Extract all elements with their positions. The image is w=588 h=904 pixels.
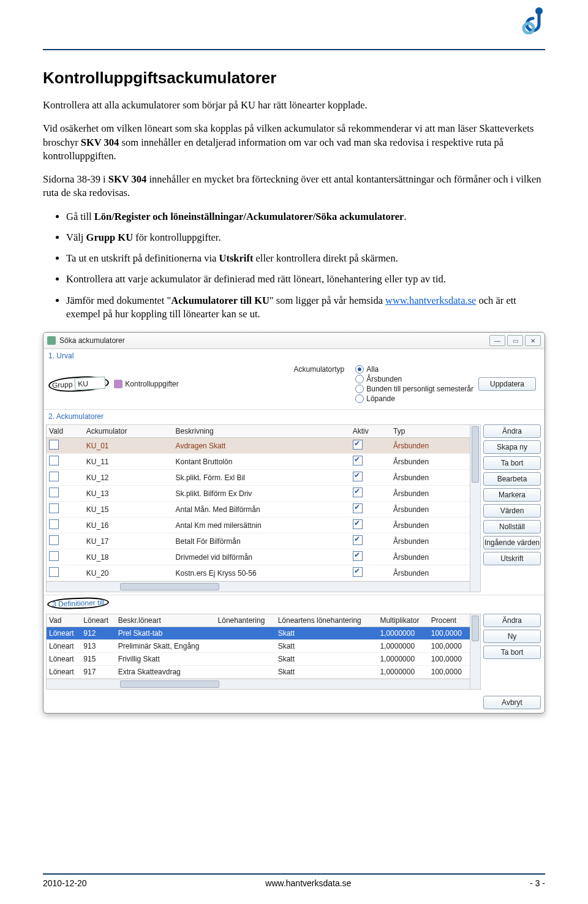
horizontal-scrollbar[interactable] xyxy=(47,581,470,592)
uppdatera-button[interactable]: Uppdatera xyxy=(478,377,536,391)
table-row[interactable]: Löneart912Prel Skatt-tabSkatt1,000000010… xyxy=(47,627,470,640)
acktyp-radio[interactable]: Alla xyxy=(355,365,473,374)
table-row[interactable]: KU_17Betalt För BilförmånÅrsbunden xyxy=(47,533,470,549)
ackumulator-table: ValdAckumulatorBeskrivningAktivTyp KU_01… xyxy=(47,425,470,581)
grupp-description: Kontrolluppgifter xyxy=(125,380,178,388)
list-item: Kontrollera att varje ackumulator är def… xyxy=(66,273,545,286)
action-button[interactable]: Ta bort xyxy=(483,646,541,659)
page-title: Kontrolluppgiftsackumulatorer xyxy=(43,69,545,88)
definitioner-table: VadLöneartBeskr.löneartLönehanteringLöne… xyxy=(47,614,470,679)
action-button[interactable]: Ändra xyxy=(483,614,541,627)
action-button[interactable]: Ändra xyxy=(483,424,541,438)
vertical-scrollbar[interactable] xyxy=(470,614,480,689)
acktyp-radio[interactable]: Bunden till personligt semesterår xyxy=(355,385,473,393)
section-urval-title: 1. Urval xyxy=(43,349,545,361)
close-button[interactable]: ✕ xyxy=(525,335,541,346)
table-row[interactable]: KU_11Kontant BruttolönÅrsbunden xyxy=(47,454,470,470)
intro-paragraph: Kontrollera att alla ackumulatorer som b… xyxy=(43,99,545,112)
table-row[interactable]: KU_18Drivmedel vid bilförmånÅrsbunden xyxy=(47,549,470,565)
divider-top xyxy=(43,49,545,50)
action-button[interactable]: Värden xyxy=(483,504,541,518)
titlebar: Söka ackumulatorer — ▭ ✕ xyxy=(43,333,545,349)
list-item: Ta ut en utskrift på definitionerna via … xyxy=(66,252,545,265)
section-ack-title: 2. Ackumulatorer xyxy=(43,410,545,422)
grupp-input[interactable]: KU xyxy=(75,377,106,391)
action-button[interactable]: Bearbeta xyxy=(483,472,541,486)
lookup-icon[interactable] xyxy=(114,380,123,388)
table-row[interactable]: KU_12Sk.plikt. Förm. Exl BilÅrsbunden xyxy=(47,470,470,486)
action-button[interactable]: Ta bort xyxy=(483,456,541,470)
vertical-scrollbar[interactable] xyxy=(470,425,480,592)
acktyp-radio[interactable]: Löpande xyxy=(355,394,473,403)
table-row[interactable]: Löneart913Preliminär Skatt, EngångSkatt1… xyxy=(47,640,470,653)
acktyp-label: Ackumulatortyp xyxy=(294,365,345,403)
list-item: Gå till Lön/Register och löneinställning… xyxy=(66,210,545,224)
footer-date: 2010-12-20 xyxy=(43,878,87,888)
paragraph-2: Vid osäkerhet om vilken löneart som ska … xyxy=(43,122,545,163)
action-button[interactable]: Ingående värden xyxy=(483,536,541,549)
footer-url: www.hantverksdata.se xyxy=(265,878,351,888)
acktyp-radios: AllaÅrsbundenBunden till personligt seme… xyxy=(355,365,473,403)
app-icon xyxy=(47,336,56,345)
table-row[interactable]: KU_01Avdragen SkattÅrsbunden xyxy=(47,438,470,454)
action-button[interactable]: Nollställ xyxy=(483,520,541,533)
maximize-button[interactable]: ▭ xyxy=(507,335,523,346)
window-title: Söka ackumulatorer xyxy=(59,336,125,345)
action-button[interactable]: Utskrift xyxy=(483,552,541,565)
table-row[interactable]: Löneart917Extra SkatteavdragSkatt1,00000… xyxy=(47,666,470,679)
table-row[interactable]: KU_15Antal Mån. Med BilförmånÅrsbunden xyxy=(47,502,470,518)
homepage-link[interactable]: www.hantverksdata.se xyxy=(385,295,476,306)
list-item: Välj Grupp KU för kontrolluppgifter. xyxy=(66,231,545,244)
acktyp-radio[interactable]: Årsbunden xyxy=(355,375,473,383)
action-button[interactable]: Ny xyxy=(483,630,541,643)
grupp-field-highlight: Grupp KU xyxy=(48,375,109,393)
logo xyxy=(522,6,545,37)
app-window: Söka ackumulatorer — ▭ ✕ 1. Urval Grupp … xyxy=(43,332,545,714)
table-row[interactable]: KU_13Sk.plikt. Bilförm Ex DrivÅrsbunden xyxy=(47,486,470,502)
bullet-list: Gå till Lön/Register och löneinställning… xyxy=(43,210,545,322)
action-button[interactable]: Markera xyxy=(483,488,541,502)
horizontal-scrollbar[interactable] xyxy=(47,679,470,689)
table-row[interactable]: KU_20Kostn.ers Ej Kryss 50-56Årsbunden xyxy=(47,565,470,581)
avbryt-button[interactable]: Avbryt xyxy=(483,696,541,709)
table-row[interactable]: Löneart915Frivillig SkattSkatt1,00000001… xyxy=(47,653,470,666)
table-row[interactable]: KU_16Antal Km med milersättninÅrsbunden xyxy=(47,518,470,533)
minimize-button[interactable]: — xyxy=(489,335,505,346)
paragraph-3: Sidorna 38-39 i SKV 304 innehåller en my… xyxy=(43,173,545,200)
footer-page: - 3 - xyxy=(530,878,545,888)
section-def-title: 3 Definitioner till xyxy=(47,597,110,610)
action-button[interactable]: Skapa ny xyxy=(483,440,541,454)
list-item: Jämför med dokumentet "Ackumulatorer til… xyxy=(66,294,545,322)
grupp-label: Grupp xyxy=(52,380,73,390)
